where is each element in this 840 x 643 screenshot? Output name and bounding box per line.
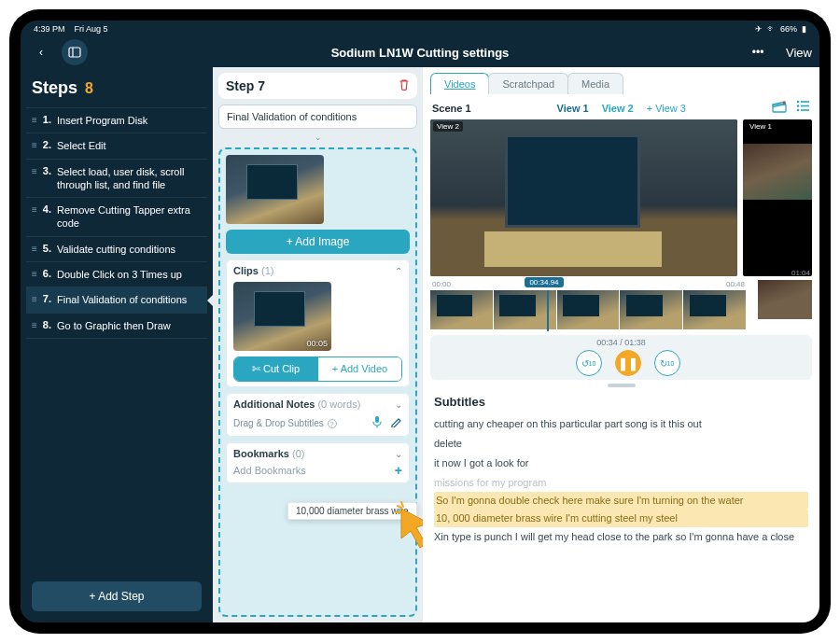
back-button[interactable]: ‹ [28, 39, 54, 65]
clips-section: Clips (1) ⌃ 00:05 ✄ Cut Clip + Add Video [226, 259, 410, 387]
step-image-thumb[interactable] [226, 155, 324, 224]
subtitle-line[interactable]: cutting any cheaper on this particular p… [434, 414, 808, 434]
svg-point-4 [783, 102, 786, 105]
step-name-input[interactable]: Final Validation of conditions [218, 105, 417, 129]
airplay-icon: ✈ [755, 24, 763, 34]
draw-icon[interactable] [390, 415, 402, 431]
sidebar-toggle-button[interactable] [62, 39, 88, 65]
clapper-icon[interactable] [772, 100, 787, 116]
playhead-time: 00:34.94 [525, 277, 563, 287]
svg-rect-0 [69, 48, 80, 57]
bookmarks-collapse-toggle[interactable]: ⌄ [395, 449, 402, 459]
side-video-label: View 1 [746, 121, 776, 132]
sidebar-item-7[interactable]: ≡7.Final Validation of conditions [26, 287, 207, 312]
sidebar-item-8[interactable]: ≡8.Go to Graphic then Draw [26, 313, 207, 338]
drag-handle-icon[interactable]: ≡ [32, 115, 37, 125]
side-video-player[interactable]: View 1 [743, 119, 812, 276]
forward-10-button[interactable]: ↻10 [654, 350, 680, 376]
navbar: ‹ Sodium LN1W Cutting settings ••• View [21, 37, 819, 67]
svg-rect-8 [801, 105, 809, 107]
list-icon[interactable] [796, 100, 810, 116]
status-bar: 4:39 PM Fri Aug 5 ✈ ᯤ 66% ▮ [21, 21, 819, 37]
sidebar-count: 8 [85, 80, 93, 97]
playback-controls: 00:34 / 01:38 ↺10 ❚❚ ↻10 [430, 335, 812, 380]
sidebar-item-2[interactable]: ≡2.Select Edit [26, 133, 207, 158]
sidebar-item-6[interactable]: ≡6.Double Click on 3 Times up [26, 261, 207, 287]
svg-point-9 [797, 109, 800, 112]
drag-handle-icon[interactable]: ≡ [32, 269, 37, 279]
scene-label: Scene 1 [432, 103, 471, 114]
add-bookmarks-label: Add Bookmarks [233, 465, 306, 476]
subtitles-title: Subtitles [434, 395, 808, 409]
notes-collapse-toggle[interactable]: ⌄ [395, 399, 402, 410]
more-button[interactable]: ••• [745, 39, 771, 65]
subtitle-line[interactable]: delete [434, 434, 808, 454]
sidebar-item-4[interactable]: ≡4.Remove Cutting Tapper extra code [26, 197, 207, 236]
sidebar: Steps 8 ≡1.Insert Program Disk ≡2.Select… [21, 67, 213, 622]
side-tick: 01:04 [791, 269, 810, 277]
view-2-tab[interactable]: View 2 [602, 103, 634, 114]
notes-title: Additional Notes [233, 398, 315, 410]
bookmarks-count: (0) [292, 448, 304, 459]
clips-title: Clips [233, 265, 259, 276]
clip-duration: 00:05 [306, 339, 328, 348]
wifi-icon: ᯤ [767, 24, 776, 34]
drag-cursor-icon [392, 501, 423, 557]
mic-icon[interactable] [371, 415, 383, 431]
drag-handle-icon[interactable]: ≡ [32, 204, 37, 215]
page-title: Sodium LN1W Cutting settings [21, 46, 819, 60]
add-view-button[interactable]: + View 3 [647, 103, 686, 114]
subtitle-line-highlighted[interactable]: So I'm gonna double check here make sure… [434, 492, 808, 510]
drag-drop-subtitles-label: Drag & Drop Subtitles [233, 418, 324, 428]
subtitle-line-highlighted[interactable]: 10, 000 diameter brass wire I'm cutting … [434, 510, 808, 527]
svg-rect-2 [375, 416, 379, 423]
subtitles-pane: Subtitles cutting any cheaper on this pa… [423, 387, 819, 622]
battery-icon: ▮ [802, 24, 806, 34]
sidebar-item-1[interactable]: ≡1.Insert Program Disk [26, 107, 207, 133]
right-panel: Videos Scratchpad Media Scene 1 View 1 V… [423, 67, 819, 622]
main-video-label: View 2 [433, 121, 463, 132]
add-bookmark-button[interactable]: + [395, 463, 402, 478]
subtitle-line[interactable]: Xin type is punch I will get my head clo… [434, 527, 808, 547]
timeline[interactable]: 00:00 00:16 00:48 [423, 276, 819, 329]
drag-handle-icon[interactable]: ≡ [32, 294, 37, 304]
status-time: 4:39 PM [34, 24, 65, 34]
sidebar-title: Steps [32, 78, 77, 98]
drag-handle-icon[interactable]: ≡ [32, 140, 37, 150]
drag-handle-icon[interactable]: ≡ [32, 244, 37, 254]
sidebar-item-5[interactable]: ≡5.Validate cutting conditions [26, 236, 207, 261]
delete-step-button[interactable] [399, 78, 410, 93]
view-button[interactable]: View [786, 46, 812, 60]
expand-toggle[interactable]: ⌄ [218, 133, 417, 142]
helpche data-interad: ? [328, 419, 337, 428]
pause-button[interactable]: ❚❚ [615, 350, 641, 376]
video-area: View 2 View 1 [423, 119, 819, 276]
drag-handle-icon[interactable]: ≡ [32, 320, 37, 330]
rewind-10-button[interactable]: ↺10 [576, 350, 602, 376]
trash-icon [399, 78, 410, 91]
media-drop-zone[interactable]: + Add Image Clips (1) ⌃ 00:05 ✄ Cut Clip [218, 147, 417, 617]
drag-handle-icon[interactable]: ≡ [32, 166, 37, 176]
clips-collapse-toggle[interactable]: ⌃ [395, 266, 402, 276]
notes-count: (0 words) [317, 398, 360, 410]
add-image-button[interactable]: + Add Image [226, 230, 410, 254]
svg-point-5 [797, 101, 800, 104]
tab-media[interactable]: Media [567, 73, 623, 94]
view-1-tab[interactable]: View 1 [557, 103, 589, 114]
add-video-button[interactable]: + Add Video [317, 357, 401, 381]
sidebar-item-3[interactable]: ≡3.Select load, user disk, scroll throug… [26, 159, 207, 198]
clip-thumb[interactable]: 00:05 [233, 282, 331, 351]
cut-clip-button[interactable]: ✄ Cut Clip [234, 357, 317, 381]
main-video-player[interactable]: View 2 [430, 119, 737, 276]
clips-count: (1) [261, 265, 273, 276]
side-timeline-frame[interactable]: 01:04 [758, 280, 812, 319]
subtitle-line[interactable]: it now I got a look for [434, 454, 808, 473]
tab-scratchpad[interactable]: Scratchpad [488, 73, 568, 94]
screen: 4:39 PM Fri Aug 5 ✈ ᯤ 66% ▮ ‹ Sodium LN1… [21, 21, 819, 622]
svg-rect-10 [801, 109, 809, 111]
playback-time: 00:34 / 01:38 [596, 338, 646, 347]
add-step-button[interactable]: + Add Step [32, 581, 202, 611]
subtitle-line[interactable]: missions for my program [434, 473, 808, 493]
tab-videos[interactable]: Videos [430, 73, 489, 94]
tick-0: 00:00 [432, 280, 451, 288]
